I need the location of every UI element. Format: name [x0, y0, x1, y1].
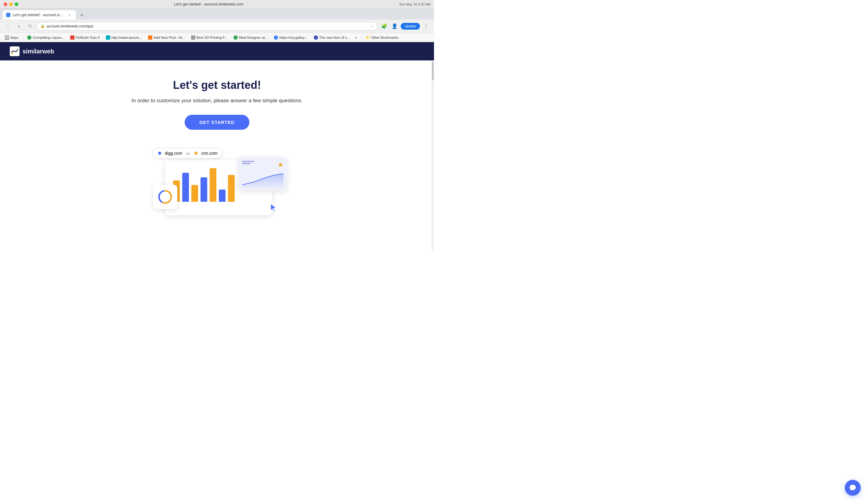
bar-chart-bar — [210, 168, 216, 202]
bookmark-item-8[interactable]: The new face of s... — [311, 35, 352, 40]
bookmark-item-7[interactable]: https://my.gallup... — [271, 35, 310, 40]
bookmark-item-6[interactable]: Mad Designer at... — [231, 35, 270, 40]
bookmark-label-5: Best 3D Printing F... — [197, 36, 228, 39]
back-button[interactable]: ‹ — [4, 22, 12, 31]
bookmark-label-3: http://www.assure... — [111, 36, 142, 39]
site1-label: digg.com — [165, 151, 182, 156]
nav-action-buttons: 🧩 👤 Update ⋮ — [380, 22, 430, 31]
bookmark-favicon-7 — [274, 35, 278, 40]
folder-label: Other Bookmarks — [371, 36, 398, 39]
bookmark-favicon-2 — [70, 35, 74, 40]
page-subtitle: In order to customize your solution, ple… — [132, 97, 302, 104]
bookmark-favicon-1 — [27, 35, 31, 40]
tab-title: Let's get started! - account.similar... — [13, 13, 65, 17]
vs-label: vs. — [186, 151, 191, 156]
cursor-icon — [269, 203, 278, 215]
line-chart-svg — [242, 171, 283, 189]
bookmark-label-2: FluffyJet Toys 6 — [76, 36, 100, 39]
bookmark-label-1: Compelling copyw... — [33, 36, 64, 39]
bookmark-star-icon[interactable]: ☆ — [370, 24, 374, 29]
bar-chart-bar — [182, 173, 189, 202]
url-display: account.similarweb.com/quiz — [47, 24, 368, 28]
extensions-button[interactable]: 🧩 — [380, 22, 389, 31]
folder-icon: 📁 — [366, 35, 370, 40]
comparison-pill: digg.com vs. cnn.com — [153, 148, 223, 158]
sw-logo-text: similarweb — [23, 48, 54, 55]
bookmark-label-6: Mad Designer at... — [239, 36, 268, 39]
bookmark-item-2[interactable]: FluffyJet Toys 6 — [68, 35, 102, 40]
bookmark-apps[interactable]: Apps — [2, 35, 21, 40]
address-bar[interactable]: 🔒 account.similarweb.com/quiz ☆ — [37, 22, 378, 31]
tabbar: Let's get started! - account.similar... … — [0, 9, 434, 20]
get-started-button[interactable]: GET STARTED — [185, 115, 249, 130]
minimize-window-button[interactable] — [9, 2, 13, 6]
menu-button[interactable]: ⋮ — [422, 22, 430, 31]
bookmark-item-3[interactable]: http://www.assure... — [103, 35, 144, 40]
illustration: digg.com vs. cnn.com ★ — [147, 148, 287, 215]
new-tab-button[interactable]: + — [78, 11, 86, 20]
bar-chart-bar — [192, 185, 198, 202]
site2-label: cnn.com — [201, 151, 217, 156]
bookmark-favicon-3 — [106, 35, 110, 40]
update-button[interactable]: Update — [401, 23, 420, 30]
bookmark-label-7: https://my.gallup... — [279, 36, 307, 39]
page-title: Let's get started! — [173, 79, 261, 92]
profile-button[interactable]: 👤 — [390, 22, 399, 31]
more-bookmarks-button[interactable]: » — [353, 35, 359, 40]
browser-tab-active[interactable]: Let's get started! - account.similar... … — [2, 10, 76, 20]
apps-grid-icon — [5, 35, 9, 40]
bookmark-favicon-6 — [234, 35, 238, 40]
bookmark-favicon-8 — [314, 35, 318, 40]
sw-logo-icon — [10, 47, 20, 56]
bar-chart-bar — [228, 175, 235, 202]
bookmark-separator-2 — [361, 35, 361, 40]
fullscreen-window-button[interactable] — [15, 2, 18, 6]
bar-chart-bar — [200, 177, 207, 202]
apps-label: Apps — [10, 36, 18, 39]
line-chart-card: ★ — [238, 157, 287, 191]
bookmark-label-8: The new face of s... — [319, 36, 350, 39]
site2-dot — [194, 152, 197, 155]
bookmarks-bar: Apps Compelling copyw... FluffyJet Toys … — [0, 33, 434, 42]
scrollbar-thumb[interactable] — [432, 62, 434, 80]
ssl-lock-icon: 🔒 — [41, 24, 45, 28]
other-bookmarks-folder[interactable]: 📁 Other Bookmarks — [363, 35, 401, 40]
window-title: Let's get started! - account.similarweb.… — [21, 2, 397, 7]
clock-display: Sun May 16 9:32 AM — [399, 2, 430, 6]
sw-logo[interactable]: similarweb — [10, 47, 54, 56]
reload-button[interactable]: ↻ — [25, 22, 34, 31]
traffic-lights — [4, 2, 18, 6]
scrollbar[interactable] — [432, 60, 434, 252]
bookmark-favicon-5 — [191, 35, 195, 40]
svg-point-1 — [12, 52, 13, 54]
line-label-1 — [242, 161, 254, 162]
bookmark-favicon-4 — [148, 35, 152, 40]
bookmark-item-4[interactable]: Add New Post ‹ Al... — [146, 35, 187, 40]
star-icon: ★ — [277, 161, 283, 169]
donut-chart-svg — [157, 189, 173, 205]
bar-chart-bar — [219, 189, 226, 202]
sw-navbar: similarweb — [0, 42, 434, 60]
site1-dot — [158, 152, 161, 155]
forward-button[interactable]: › — [15, 22, 23, 31]
titlebar: Let's get started! - account.similarweb.… — [0, 0, 434, 9]
bookmark-label-4: Add New Post ‹ Al... — [154, 36, 185, 39]
bookmark-item-5[interactable]: Best 3D Printing F... — [189, 35, 230, 40]
donut-card — [153, 185, 177, 209]
tab-favicon — [6, 13, 10, 17]
bookmark-item-1[interactable]: Compelling copyw... — [25, 35, 66, 40]
line-label-2 — [242, 163, 250, 164]
close-window-button[interactable] — [4, 2, 7, 6]
titlebar-clock: Sun May 16 9:32 AM — [399, 2, 430, 6]
tab-close-button[interactable]: × — [67, 12, 72, 17]
navbar: ‹ › ↻ 🔒 account.similarweb.com/quiz ☆ 🧩 … — [0, 20, 434, 33]
main-content: Let's get started! In order to customize… — [0, 60, 434, 252]
